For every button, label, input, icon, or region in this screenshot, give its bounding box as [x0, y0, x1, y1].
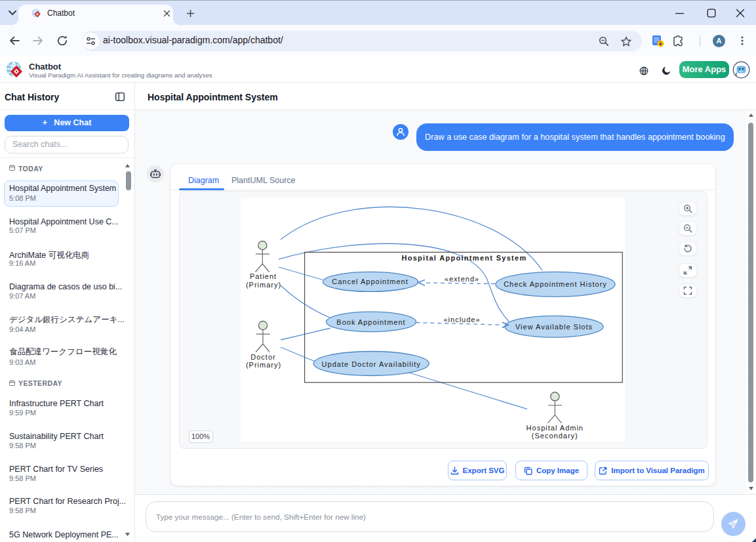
svg-text:(Primary): (Primary) — [246, 281, 281, 289]
svg-text:Cancel Appointment: Cancel Appointment — [332, 278, 408, 285]
svg-text:Hospital Appointment System: Hospital Appointment System — [401, 254, 527, 262]
svg-text:(Primary): (Primary) — [246, 361, 281, 369]
svg-text:View Available Slots: View Available Slots — [515, 323, 593, 331]
svg-text:(Secondary): (Secondary) — [532, 432, 578, 440]
svg-text:«include»: «include» — [443, 316, 480, 323]
svg-text:Patient: Patient — [250, 272, 277, 280]
svg-text:Check Appointment History: Check Appointment History — [504, 280, 607, 288]
svg-text:Book Appointment: Book Appointment — [336, 318, 405, 326]
svg-text:Update Doctor Availability: Update Doctor Availability — [322, 360, 421, 368]
svg-text:Doctor: Doctor — [250, 353, 275, 361]
svg-text:«extend»: «extend» — [445, 275, 479, 283]
svg-text:Hospital Admin: Hospital Admin — [527, 424, 584, 432]
